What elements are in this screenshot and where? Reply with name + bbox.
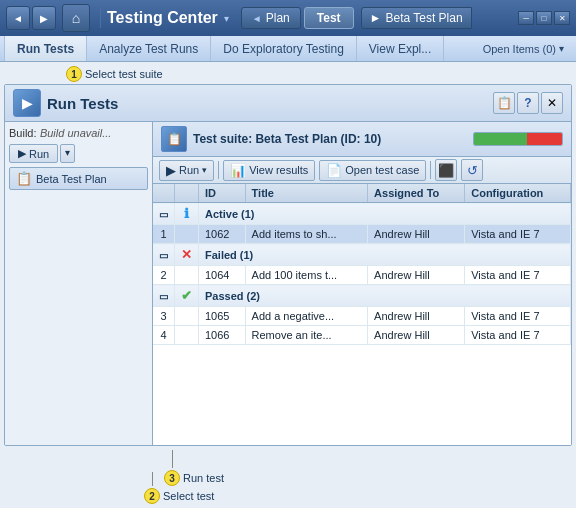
row-1-id: 1062 bbox=[199, 225, 246, 244]
run-button[interactable]: ▶ Run ▾ bbox=[159, 160, 214, 181]
col-config-header[interactable]: Configuration bbox=[465, 184, 571, 203]
open-test-case-icon: 📄 bbox=[326, 163, 342, 178]
tab-view-expl[interactable]: View Expl... bbox=[357, 36, 444, 61]
col-title-header[interactable]: Title bbox=[245, 184, 368, 203]
annotation-1: 1 Select test suite bbox=[66, 66, 163, 82]
annotation-3-vline bbox=[172, 450, 173, 468]
row-1-status bbox=[175, 225, 199, 244]
tab-exploratory[interactable]: Do Exploratory Testing bbox=[211, 36, 357, 61]
toolbar: ▶ Run ▾ 📊 View results 📄 Open test case bbox=[153, 157, 571, 184]
open-test-case-label: Open test case bbox=[345, 164, 419, 176]
collapse-passed-icon[interactable]: ▭ bbox=[159, 291, 168, 302]
forward-icon: ► bbox=[370, 11, 382, 25]
close-panel-button[interactable]: ✕ bbox=[541, 92, 563, 114]
progress-red bbox=[527, 133, 562, 145]
failed-status-icon: ✕ bbox=[181, 247, 192, 262]
suite-item[interactable]: 📋 Beta Test Plan bbox=[9, 167, 148, 190]
table-row[interactable]: 1 1062 Add items to sh... Andrew Hill Vi… bbox=[153, 225, 571, 244]
test-label: Test bbox=[317, 11, 341, 25]
toolbar-separator-2 bbox=[430, 161, 431, 179]
group-failed-label: Failed (1) bbox=[199, 244, 571, 266]
row-2-title: Add 100 items t... bbox=[245, 266, 368, 285]
row-2-config: Vista and IE 7 bbox=[465, 266, 571, 285]
row-3-id: 1065 bbox=[199, 307, 246, 326]
col-id-header[interactable]: ID bbox=[199, 184, 246, 203]
callout-2-bubble: 2 bbox=[144, 488, 160, 504]
plan-button[interactable]: ◄ Plan bbox=[241, 7, 301, 29]
row-3-num: 3 bbox=[153, 307, 175, 326]
test-suite-header: 📋 Test suite: Beta Test Plan (ID: 10) bbox=[153, 122, 571, 157]
group-failed: ▭ ✕ Failed (1) bbox=[153, 244, 571, 266]
run-dropdown-icon: ▾ bbox=[202, 165, 207, 175]
tab-exploratory-label: Do Exploratory Testing bbox=[223, 42, 344, 56]
home-button[interactable]: ⌂ bbox=[62, 4, 90, 32]
help-button[interactable]: ? bbox=[517, 92, 539, 114]
row-4-assigned: Andrew Hill bbox=[368, 326, 465, 345]
row-4-status bbox=[175, 326, 199, 345]
test-table: ID Title Assigned To Configuration ▭ bbox=[153, 184, 571, 445]
suite-item-label: Beta Test Plan bbox=[36, 173, 107, 185]
stop-button[interactable]: ⬛ bbox=[435, 159, 457, 181]
row-2-assigned: Andrew Hill bbox=[368, 266, 465, 285]
collapse-active-icon[interactable]: ▭ bbox=[159, 209, 168, 220]
row-4-title: Remove an ite... bbox=[245, 326, 368, 345]
bottom-annotations: 3 Run test 2 Select test bbox=[4, 446, 572, 504]
col-assigned-header[interactable]: Assigned To bbox=[368, 184, 465, 203]
refresh-button[interactable]: ↺ bbox=[461, 159, 483, 181]
run-tests-panel: ▶ Run Tests 📋 ? ✕ Build: Buil bbox=[4, 84, 572, 446]
run-dropdown-button[interactable]: ▾ bbox=[60, 144, 75, 163]
row-1-config: Vista and IE 7 bbox=[465, 225, 571, 244]
tab-analyze[interactable]: Analyze Test Runs bbox=[87, 36, 211, 61]
annotation-2-vline bbox=[152, 472, 153, 486]
col-status-icon bbox=[175, 184, 199, 203]
test-button[interactable]: Test bbox=[304, 7, 354, 29]
view-results-icon: 📊 bbox=[230, 163, 246, 178]
tab-view-expl-label: View Expl... bbox=[369, 42, 431, 56]
row-4-id: 1066 bbox=[199, 326, 246, 345]
build-label: Build: bbox=[9, 127, 37, 139]
run-main-button[interactable]: ▶ Run bbox=[9, 144, 58, 163]
back-button[interactable]: ◄ bbox=[6, 6, 30, 30]
view-results-label: View results bbox=[249, 164, 308, 176]
table-row[interactable]: 2 1064 Add 100 items t... Andrew Hill Vi… bbox=[153, 266, 571, 285]
nav-controls: ◄ ▶ ⌂ Testing Center ▾ bbox=[6, 4, 237, 32]
row-3-status bbox=[175, 307, 199, 326]
suite-folder-icon: 📋 bbox=[167, 132, 182, 146]
table-row[interactable]: 4 1066 Remove an ite... Andrew Hill Vist… bbox=[153, 326, 571, 345]
title-bar: ◄ ▶ ⌂ Testing Center ▾ ◄ Plan Test ► Bet… bbox=[0, 0, 576, 36]
progress-bar bbox=[473, 132, 563, 146]
row-3-title: Add a negative... bbox=[245, 307, 368, 326]
minimize-button[interactable]: ─ bbox=[518, 11, 534, 25]
table-row[interactable]: 3 1065 Add a negative... Andrew Hill Vis… bbox=[153, 307, 571, 326]
beta-plan-button[interactable]: ► Beta Test Plan bbox=[361, 7, 472, 29]
window-controls: ─ □ ✕ bbox=[518, 11, 570, 25]
panel-header: ▶ Run Tests 📋 ? ✕ bbox=[5, 85, 571, 122]
content-area: Build: Build unavail... ▶ Run ▾ 📋 Beta T… bbox=[5, 122, 571, 445]
suite-header-icon: 📋 bbox=[161, 126, 187, 152]
open-items-button[interactable]: Open Items (0) ▾ bbox=[475, 36, 572, 61]
plan-label: Plan bbox=[266, 11, 290, 25]
table-header-row: ID Title Assigned To Configuration bbox=[153, 184, 571, 203]
group-active: ▭ ℹ Active (1) bbox=[153, 203, 571, 225]
group-passed: ▭ ✔ Passed (2) bbox=[153, 285, 571, 307]
copy-button[interactable]: 📋 bbox=[493, 92, 515, 114]
row-1-num: 1 bbox=[153, 225, 175, 244]
open-test-case-button[interactable]: 📄 Open test case bbox=[319, 160, 426, 181]
forward-button[interactable]: ▶ bbox=[32, 6, 56, 30]
close-window-button[interactable]: ✕ bbox=[554, 11, 570, 25]
help-icon: ? bbox=[524, 96, 531, 110]
annotation-2-label: Select test bbox=[163, 490, 214, 502]
view-results-button[interactable]: 📊 View results bbox=[223, 160, 315, 181]
run-play-icon: ▶ bbox=[18, 147, 26, 160]
tab-analyze-label: Analyze Test Runs bbox=[99, 42, 198, 56]
tab-run-tests[interactable]: Run Tests bbox=[4, 36, 87, 61]
panel-actions: 📋 ? ✕ bbox=[493, 92, 563, 114]
row-2-id: 1064 bbox=[199, 266, 246, 285]
app-dropdown-icon[interactable]: ▾ bbox=[224, 13, 229, 24]
tab-bar: Run Tests Analyze Test Runs Do Explorato… bbox=[0, 36, 576, 62]
collapse-failed-icon[interactable]: ▭ bbox=[159, 250, 168, 261]
open-items-arrow-icon: ▾ bbox=[559, 43, 564, 54]
open-items-label: Open Items (0) bbox=[483, 43, 556, 55]
row-2-status bbox=[175, 266, 199, 285]
maximize-button[interactable]: □ bbox=[536, 11, 552, 25]
